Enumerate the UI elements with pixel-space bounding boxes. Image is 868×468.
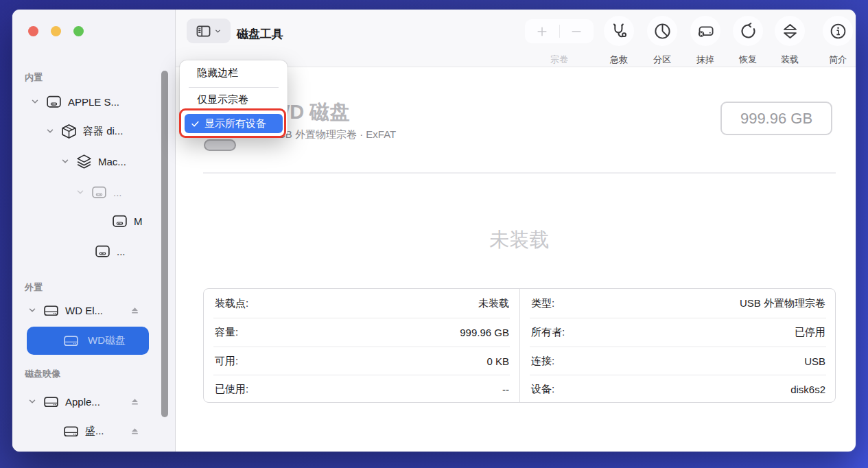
external-disk-icon xyxy=(43,302,60,319)
close-button[interactable] xyxy=(28,26,38,36)
menu-item-hide-sidebar[interactable]: 隐藏边栏 xyxy=(197,67,238,80)
annotation-red-box xyxy=(179,108,286,138)
sidebar-item-label: WD磁盘 xyxy=(88,334,126,347)
remove-volume-button[interactable] xyxy=(560,25,594,38)
external-disk-image-partial xyxy=(204,139,236,151)
first-aid-stethoscope-icon xyxy=(610,22,629,40)
add-volume-button[interactable] xyxy=(525,25,559,38)
sidebar-section-external: 外置 xyxy=(25,281,43,294)
chevron-down-icon[interactable] xyxy=(27,397,37,406)
external-disk-icon xyxy=(62,332,80,349)
erase-label: 抹掉 xyxy=(685,54,726,66)
sidebar-item-m-volume[interactable]: M xyxy=(111,211,143,231)
sidebar-item-label: M xyxy=(134,215,143,227)
info-icon xyxy=(829,22,847,40)
volume-group-label: 宗卷 xyxy=(539,54,580,66)
table-row: 装载点: 未装载 xyxy=(204,289,520,318)
partition-button[interactable] xyxy=(647,16,677,46)
sidebar-item-dimmed-volume[interactable]: ... xyxy=(75,183,122,202)
device-value: disk6s2 xyxy=(790,384,825,395)
sidebar-item-label: APPLE S... xyxy=(68,96,119,108)
chevron-down-icon[interactable] xyxy=(75,187,85,197)
sidebar-item-label: ... xyxy=(117,246,126,257)
owner-value: 已停用 xyxy=(795,326,825,339)
status-unmounted-text: 未装载 xyxy=(203,226,836,254)
minimize-button[interactable] xyxy=(51,26,61,36)
restore-label: 恢复 xyxy=(727,54,769,66)
sidebar-item-label: 容器 di... xyxy=(83,125,123,138)
used-value: -- xyxy=(502,384,509,395)
chevron-down-icon[interactable] xyxy=(30,97,40,106)
sidebar-section-internal: 内置 xyxy=(25,71,43,84)
restore-arrow-icon xyxy=(739,22,758,40)
partition-pie-icon xyxy=(653,22,672,40)
owner-label: 所有者: xyxy=(531,326,565,339)
table-row: 类型: USB 外置物理宗卷 xyxy=(520,289,836,318)
restore-button[interactable] xyxy=(733,16,763,46)
internal-disk-icon xyxy=(91,184,108,201)
sidebar-item-label: WD El... xyxy=(65,305,103,316)
internal-disk-icon xyxy=(45,93,62,110)
sidebar-item-container[interactable]: 容器 di... xyxy=(45,121,123,141)
mount-label: 装载 xyxy=(769,54,810,66)
container-box-icon xyxy=(60,123,78,140)
first-aid-label: 急救 xyxy=(598,54,640,66)
sidebar-toggle-icon xyxy=(196,23,211,39)
header-divider xyxy=(203,172,836,174)
partition-label: 分区 xyxy=(642,54,683,66)
info-table: 装载点: 未装载 容量: 999.96 GB 可用: 0 KB 已使用: -- … xyxy=(203,288,836,403)
eject-icon[interactable] xyxy=(129,305,141,316)
volume-subtitle: USB 外置物理宗卷 · ExFAT xyxy=(271,128,396,141)
eject-icon[interactable] xyxy=(129,396,141,408)
sidebar-scrollbar[interactable] xyxy=(161,71,168,417)
capacity-badge: 999.96 GB xyxy=(720,102,832,135)
sidebar-item-wd-disk-selected[interactable]: WD磁盘 xyxy=(27,327,149,355)
sidebar-item-truncated-volume[interactable]: ... xyxy=(94,242,126,261)
info-label: 简介 xyxy=(817,54,856,66)
external-disk-icon xyxy=(43,393,60,410)
menu-separator xyxy=(189,87,279,88)
sidebar-item-wd-elements[interactable]: WD El... xyxy=(27,301,103,320)
info-button[interactable] xyxy=(823,16,853,46)
sidebar-item-apple-image[interactable]: Apple... xyxy=(27,392,100,411)
capacity-value: 999.96 GB xyxy=(460,327,509,338)
used-label: 已使用: xyxy=(215,383,248,396)
connection-value: USB xyxy=(804,355,825,367)
chevron-down-icon[interactable] xyxy=(45,126,55,136)
sidebar-item-label: 盛... xyxy=(85,425,104,438)
sidebar-item-apple-ssd[interactable]: APPLE S... xyxy=(30,92,119,111)
minus-icon xyxy=(570,25,583,38)
mount-button[interactable] xyxy=(775,16,805,46)
volume-add-remove-group xyxy=(525,19,594,43)
sidebar-toggle-button[interactable] xyxy=(187,19,231,43)
sidebar-item-sheng-volume[interactable]: 盛... xyxy=(62,421,104,441)
table-row: 容量: 999.96 GB xyxy=(204,318,520,347)
table-row: 已使用: -- xyxy=(204,375,520,403)
internal-disk-icon xyxy=(94,243,111,260)
chevron-down-icon[interactable] xyxy=(60,156,70,166)
chevron-down-icon[interactable] xyxy=(27,305,37,315)
plus-icon xyxy=(535,25,549,38)
table-row: 所有者: 已停用 xyxy=(520,318,836,347)
sidebar-item-label: ... xyxy=(113,187,122,198)
erase-button[interactable] xyxy=(690,16,720,46)
table-row: 设备: disk6s2 xyxy=(520,375,836,403)
eject-icon[interactable] xyxy=(129,425,141,437)
type-label: 类型: xyxy=(531,297,554,310)
erase-disk-icon xyxy=(696,22,715,40)
first-aid-button[interactable] xyxy=(604,16,634,46)
device-label: 设备: xyxy=(531,383,554,396)
sidebar-item-label: Apple... xyxy=(65,396,100,408)
zoom-button[interactable] xyxy=(73,26,84,36)
mount-point-label: 装载点: xyxy=(215,297,248,310)
table-row: 可用: 0 KB xyxy=(204,347,520,375)
window-controls xyxy=(28,26,84,36)
menu-item-show-only-volumes[interactable]: 仅显示宗卷 xyxy=(197,93,248,106)
sidebar-item-mac-volume[interactable]: Mac... xyxy=(60,152,126,171)
disk-utility-window: 内置 APPLE S... 容器 di... Mac... ... M .. xyxy=(12,10,856,452)
type-value: USB 外置物理宗卷 xyxy=(740,297,825,310)
mount-icon xyxy=(781,22,799,40)
internal-disk-icon xyxy=(111,213,128,230)
mount-point-value: 未装载 xyxy=(478,297,509,310)
capacity-label: 容量: xyxy=(215,326,238,339)
